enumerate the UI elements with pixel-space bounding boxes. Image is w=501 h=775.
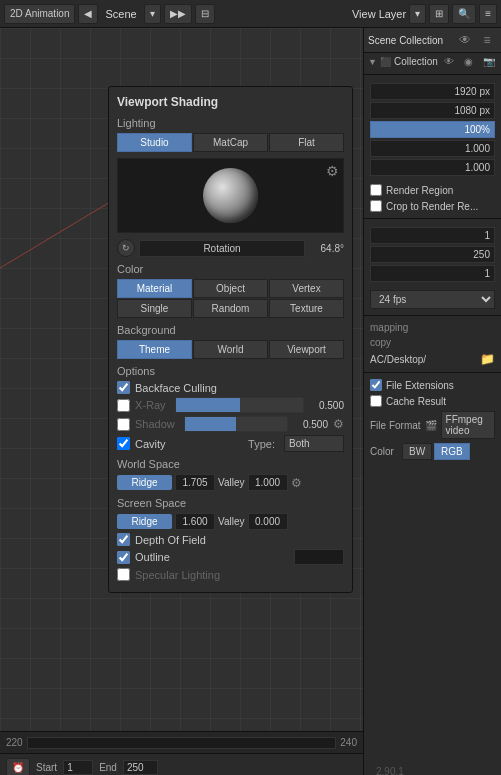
view-layer-dropdown[interactable]: ▾: [409, 4, 426, 24]
copy-label: copy: [370, 337, 391, 348]
color-random-btn[interactable]: Random: [193, 299, 268, 318]
render-region-checkbox[interactable]: [370, 184, 382, 196]
shadow-row: Shadow 0.500 ⚙: [117, 416, 344, 432]
nav-icon-2[interactable]: ▶▶: [164, 4, 192, 24]
rotation-value: 64.8°: [309, 243, 344, 254]
collection-vis-btn[interactable]: ◉: [461, 54, 478, 69]
scene-dropdown[interactable]: ▾: [144, 4, 161, 24]
file-extensions-label: File Extensions: [386, 380, 454, 391]
nav-icon-4[interactable]: ⊞: [429, 4, 449, 24]
divider-2: [364, 218, 501, 219]
collection-icon: ⬛: [380, 57, 391, 67]
num2-field[interactable]: [370, 246, 495, 263]
file-format-row: File Format 🎬 FFmpeg video: [364, 409, 501, 441]
ridge-world-btn[interactable]: Ridge: [117, 475, 172, 490]
valley-world-value[interactable]: [248, 474, 288, 491]
filter-icon-btn[interactable]: ≡: [479, 4, 497, 24]
path-label: AC/Desktop/: [370, 354, 477, 365]
search-icon-btn[interactable]: 🔍: [452, 4, 476, 24]
timeline-track[interactable]: [27, 737, 337, 749]
cavity-label: Cavity: [135, 438, 166, 450]
ridge-screen-value[interactable]: [175, 513, 215, 530]
val2-field[interactable]: [370, 159, 495, 176]
val1-field[interactable]: [370, 140, 495, 157]
depth-of-field-checkbox[interactable]: [117, 533, 130, 546]
bw-button[interactable]: BW: [402, 443, 432, 460]
xray-row: X-Ray 0.500: [117, 397, 344, 413]
start-label: Start: [36, 762, 57, 773]
timeline-bar: 220 240: [0, 731, 363, 753]
resolution-section: [364, 79, 501, 182]
divider-3: [364, 315, 501, 316]
color-single-btn[interactable]: Single: [117, 299, 192, 318]
cavity-checkbox[interactable]: [117, 437, 130, 450]
backface-culling-label: Backface Culling: [135, 382, 217, 394]
world-space-row: Ridge Valley ⚙: [117, 474, 344, 491]
rotation-label: Rotation: [139, 240, 305, 257]
end-value[interactable]: [123, 760, 158, 775]
collection-eye-btn[interactable]: 👁: [441, 54, 458, 69]
ridge-world-value[interactable]: [175, 474, 215, 491]
color-row: Color BW RGB: [364, 441, 501, 462]
color-row-label: Color: [370, 446, 400, 457]
res-percent-field[interactable]: [370, 121, 495, 138]
nav-icon-1[interactable]: ◀: [78, 4, 98, 24]
crop-checkbox[interactable]: [370, 200, 382, 212]
scene-collection-filter[interactable]: ≡: [477, 31, 497, 49]
xray-value: 0.500: [309, 400, 344, 411]
fps-dropdown[interactable]: 24 fps 30 fps 60 fps: [370, 290, 495, 309]
collection-render-btn[interactable]: 📷: [480, 54, 497, 69]
res-x-field[interactable]: [370, 83, 495, 100]
color-vertex-btn[interactable]: Vertex: [269, 279, 344, 298]
nav-icon-3[interactable]: ⊟: [195, 4, 215, 24]
options-section-label: Options: [117, 365, 344, 377]
outline-label: Outline: [135, 551, 170, 563]
file-format-value: FFmpeg video: [441, 411, 495, 439]
shading-panel-title: Viewport Shading: [117, 95, 344, 109]
ridge-screen-btn[interactable]: Ridge: [117, 514, 172, 529]
valley-screen-value[interactable]: [248, 513, 288, 530]
sphere-preview-container: ⚙: [117, 158, 344, 233]
color-section-label: Color: [117, 263, 344, 275]
backface-culling-checkbox[interactable]: [117, 381, 130, 394]
color-object-btn[interactable]: Object: [193, 279, 268, 298]
shadow-settings-icon[interactable]: ⚙: [333, 417, 344, 431]
depth-of-field-row: Depth Of Field: [117, 533, 344, 546]
end-label: End: [99, 762, 117, 773]
cavity-row: Cavity Type: Both Screen World: [117, 435, 344, 452]
cache-result-checkbox[interactable]: [370, 395, 382, 407]
num3-field[interactable]: [370, 265, 495, 282]
clock-icon[interactable]: ⏰: [6, 758, 30, 776]
shadow-checkbox[interactable]: [117, 418, 130, 431]
collection-expand-icon: ▼: [368, 57, 377, 67]
outline-checkbox[interactable]: [117, 551, 130, 564]
divider-1: [364, 74, 501, 75]
bg-theme-btn[interactable]: Theme: [117, 340, 192, 359]
animation-tab[interactable]: 2D Animation: [4, 4, 75, 24]
start-value[interactable]: [63, 760, 93, 775]
bottom-toolbar: ⏰ Start End: [0, 753, 363, 775]
lighting-matcap-btn[interactable]: MatCap: [193, 133, 268, 152]
specular-lighting-checkbox[interactable]: [117, 568, 130, 581]
file-format-label: File Format: [370, 420, 421, 431]
view-layer-label: View Layer: [352, 8, 406, 20]
background-btn-group: Theme World Viewport: [117, 340, 344, 359]
bg-world-btn[interactable]: World: [193, 340, 268, 359]
num1-field[interactable]: [370, 227, 495, 244]
color-material-btn[interactable]: Material: [117, 279, 192, 298]
folder-icon-btn[interactable]: 📁: [480, 352, 495, 366]
cavity-type-dropdown[interactable]: Both Screen World: [284, 435, 344, 452]
timeline-right-val: 240: [340, 737, 357, 748]
version-label: 2.90.1: [370, 764, 410, 775]
lighting-studio-btn[interactable]: Studio: [117, 133, 192, 152]
file-extensions-checkbox[interactable]: [370, 379, 382, 391]
xray-checkbox[interactable]: [117, 399, 130, 412]
res-y-field[interactable]: [370, 102, 495, 119]
rgb-button[interactable]: RGB: [434, 443, 470, 460]
world-space-settings-icon[interactable]: ⚙: [291, 476, 302, 490]
scene-collection-eye[interactable]: 👁: [455, 31, 475, 49]
bg-viewport-btn[interactable]: Viewport: [269, 340, 344, 359]
lighting-flat-btn[interactable]: Flat: [269, 133, 344, 152]
gear-icon-btn[interactable]: ⚙: [326, 163, 339, 179]
color-texture-btn[interactable]: Texture: [269, 299, 344, 318]
